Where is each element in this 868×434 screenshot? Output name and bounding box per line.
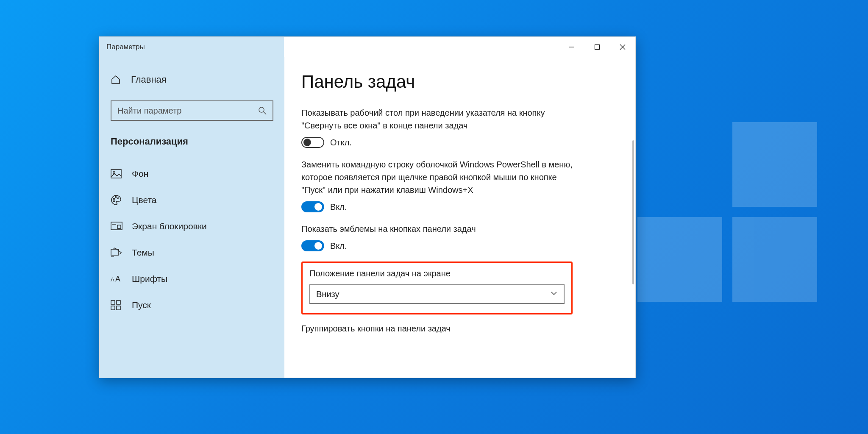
palette-icon bbox=[111, 195, 122, 206]
themes-icon bbox=[111, 248, 122, 258]
toggle-state-label: Вкл. bbox=[330, 241, 347, 251]
svg-point-9 bbox=[115, 197, 117, 198]
toggle-state-label: Откл. bbox=[330, 138, 352, 147]
sidebar-item-label: Пуск bbox=[132, 300, 151, 310]
svg-point-10 bbox=[118, 198, 119, 199]
sidebar-item-label: Экран блокировки bbox=[132, 221, 207, 231]
sidebar-home[interactable]: Главная bbox=[100, 69, 284, 90]
sidebar-item-label: Шрифты bbox=[132, 274, 167, 284]
fonts-icon: AA bbox=[111, 274, 122, 284]
svg-rect-20 bbox=[117, 300, 120, 304]
scrollbar[interactable] bbox=[632, 140, 634, 284]
sidebar-item-start[interactable]: Пуск bbox=[100, 292, 284, 318]
svg-rect-21 bbox=[111, 306, 115, 310]
sidebar-item-label: Фон bbox=[132, 169, 148, 179]
position-label: Положение панели задач на экране bbox=[309, 269, 565, 278]
svg-point-7 bbox=[113, 172, 115, 173]
setting-label: Показать эмблемы на кнопках панели задач bbox=[301, 223, 573, 235]
page-title: Панель задач bbox=[301, 72, 618, 92]
toggle-powershell[interactable] bbox=[301, 201, 324, 212]
sidebar-item-fonts[interactable]: AA Шрифты bbox=[100, 266, 284, 292]
minimize-button[interactable] bbox=[559, 37, 584, 57]
search-field[interactable] bbox=[117, 106, 258, 116]
taskbar-position-dropdown[interactable]: Внизу bbox=[309, 284, 565, 304]
window-title: Параметры bbox=[100, 43, 145, 51]
svg-rect-1 bbox=[595, 45, 600, 50]
group-buttons-label: Группировать кнопки на панели задач bbox=[301, 324, 573, 334]
sidebar-item-label: Цвета bbox=[132, 195, 157, 205]
sidebar-item-colors[interactable]: Цвета bbox=[100, 187, 284, 213]
svg-text:A: A bbox=[115, 275, 120, 283]
highlight-taskbar-position: Положение панели задач на экране Внизу bbox=[301, 262, 573, 314]
maximize-button[interactable] bbox=[584, 37, 610, 57]
sidebar-item-themes[interactable]: Темы bbox=[100, 239, 284, 266]
toggle-state-label: Вкл. bbox=[330, 202, 347, 212]
sidebar-item-background[interactable]: Фон bbox=[100, 161, 284, 187]
setting-label: Показывать рабочий стол при наведении ук… bbox=[301, 106, 573, 132]
toggle-badges[interactable] bbox=[301, 240, 324, 251]
content-area: Панель задач Показывать рабочий стол при… bbox=[284, 57, 635, 378]
picture-icon bbox=[111, 169, 122, 178]
sidebar-category: Персонализация bbox=[100, 130, 284, 156]
titlebar: Параметры bbox=[100, 37, 635, 57]
svg-rect-13 bbox=[117, 225, 121, 228]
toggle-peek-desktop[interactable] bbox=[301, 137, 324, 148]
windows-logo-bg bbox=[637, 122, 817, 312]
svg-rect-22 bbox=[117, 306, 120, 310]
setting-label: Заменить командную строку оболочкой Wind… bbox=[301, 158, 573, 196]
start-icon bbox=[111, 300, 122, 310]
svg-rect-6 bbox=[111, 170, 121, 178]
sidebar: Главная Персонализация Фон bbox=[100, 57, 284, 378]
setting-badges: Показать эмблемы на кнопках панели задач… bbox=[301, 223, 573, 251]
setting-peek-desktop: Показывать рабочий стол при наведении ук… bbox=[301, 106, 573, 148]
svg-line-5 bbox=[264, 112, 266, 114]
dropdown-value: Внизу bbox=[316, 289, 339, 299]
svg-point-11 bbox=[114, 201, 115, 202]
search-icon bbox=[258, 106, 267, 115]
svg-rect-19 bbox=[111, 300, 115, 304]
svg-text:A: A bbox=[111, 276, 114, 283]
close-button[interactable] bbox=[610, 37, 635, 57]
lockscreen-icon bbox=[111, 222, 122, 231]
svg-point-8 bbox=[114, 198, 115, 200]
sidebar-item-label: Темы bbox=[132, 248, 154, 258]
sidebar-home-label: Главная bbox=[131, 74, 167, 85]
setting-powershell: Заменить командную строку оболочкой Wind… bbox=[301, 158, 573, 212]
home-icon bbox=[111, 75, 122, 85]
svg-point-4 bbox=[259, 107, 264, 112]
sidebar-item-lockscreen[interactable]: Экран блокировки bbox=[100, 213, 284, 239]
chevron-down-icon bbox=[550, 289, 558, 299]
search-input[interactable] bbox=[111, 100, 273, 121]
settings-window: Параметры Главная bbox=[99, 36, 636, 378]
